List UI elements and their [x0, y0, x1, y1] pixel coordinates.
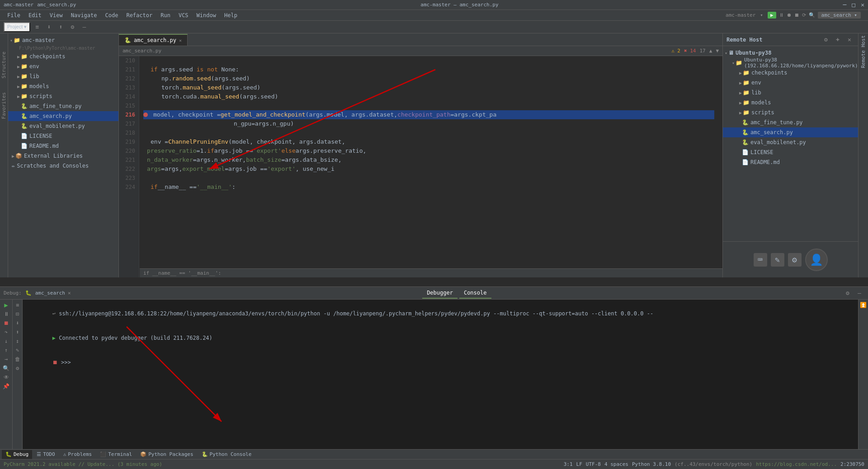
- r-eval-mobilenet-label: eval_mobilenet.py: [750, 139, 806, 145]
- debug-pause-button[interactable]: ⏸: [3, 310, 10, 318]
- project-dropdown[interactable]: Project ▾: [4, 22, 30, 32]
- debug-watch-button[interactable]: 👁: [3, 374, 10, 381]
- structure-tab[interactable]: Structure: [1, 52, 7, 79]
- collapse-all-button[interactable]: ≡: [32, 22, 42, 32]
- debug-secondary-btn-1[interactable]: ≡: [14, 301, 21, 309]
- code-content[interactable]: if args.seed is not None: np.random.seed…: [140, 56, 718, 277]
- menu-code[interactable]: Code: [102, 11, 122, 19]
- remote-item-eval-mobilenet[interactable]: 🐍 eval_mobilenet.py: [723, 137, 858, 147]
- scroll-from-source-button[interactable]: ⬇: [44, 22, 54, 32]
- debug-run-to-cursor-button[interactable]: →: [3, 356, 10, 363]
- close-button[interactable]: ✕: [861, 1, 864, 8]
- remote-settings-button[interactable]: ⚙: [821, 35, 831, 45]
- menu-vcs[interactable]: VCS: [175, 11, 192, 19]
- bottom-tab-problems[interactable]: ⚠ Problems: [60, 450, 96, 459]
- debug-stop-button[interactable]: ⏹: [3, 319, 10, 327]
- debug-right-btn-1[interactable]: ⏫: [860, 301, 867, 309]
- remote-host-header: Remote Host ⚙ + ✕: [723, 33, 858, 46]
- menu-help[interactable]: Help: [221, 11, 241, 19]
- debug-secondary-btn-4[interactable]: ⬆: [14, 328, 21, 336]
- csdn-link[interactable]: https://blog.csdn.net/od...: [756, 461, 837, 467]
- minimize-button[interactable]: ─: [843, 1, 847, 8]
- editor-tab-amc-search[interactable]: 🐍 amc_search.py ✕: [119, 34, 188, 46]
- debug-secondary-btn-7[interactable]: 🗑: [14, 356, 21, 363]
- debug-tab-console[interactable]: Console: [459, 288, 491, 299]
- menu-window[interactable]: Window: [193, 11, 220, 19]
- remote-item-checkpoints[interactable]: ▶ 📁 checkpoints: [723, 68, 858, 78]
- debug-secondary-btn-5[interactable]: ↕: [14, 338, 21, 345]
- window-controls[interactable]: ─ □ ✕: [843, 1, 864, 8]
- debug-step-out-button[interactable]: ↑: [3, 347, 10, 354]
- expand-all-button[interactable]: ⬆: [56, 22, 66, 32]
- sidebar-item-env[interactable]: ▶ 📁 env: [8, 61, 118, 71]
- tab-close-icon[interactable]: ✕: [179, 38, 182, 43]
- pycharm-update-notice[interactable]: PyCharm 2021.2 available // Update... (3…: [4, 461, 162, 467]
- code-line-218: [143, 128, 714, 137]
- menu-view[interactable]: View: [46, 11, 66, 19]
- code-line-220: preserve_ratio=1. if args.job == 'export…: [143, 146, 714, 155]
- remote-item-license[interactable]: 📄 LICENSE: [723, 147, 858, 157]
- sidebar-item-readme[interactable]: 📄 README.md: [8, 141, 118, 151]
- hint-count-badge: 17: [700, 48, 706, 54]
- code-editor[interactable]: 210 211 212 213 214 215 216 217 218 219 …: [119, 56, 722, 277]
- menu-file[interactable]: File: [4, 11, 24, 19]
- settings-button[interactable]: ⚙: [67, 22, 77, 32]
- remote-host-panel: Remote Host ⚙ + ✕ ▾ 🖥 Ubuntu-py38 ▾ 📁 Ub…: [722, 33, 858, 277]
- debug-evaluate-button[interactable]: 🔍: [3, 365, 10, 372]
- menu-edit[interactable]: Edit: [25, 11, 45, 19]
- remote-server-path-item[interactable]: ▾ 📁 Ubuntu-py38 (192.168.66.128/home/liy…: [723, 58, 858, 68]
- debug-secondary-btn-8[interactable]: ⚙: [14, 365, 21, 372]
- remote-item-amc-fine-tune[interactable]: 🐍 amc_fine_tune.py: [723, 117, 858, 127]
- r-lib-chevron-icon: ▶: [739, 90, 742, 95]
- sidebar-item-models[interactable]: ▶ 📁 models: [8, 81, 118, 91]
- bottom-tab-terminal[interactable]: ⬛ Terminal: [96, 450, 136, 459]
- warning-count-badge: ⚠ 2: [671, 48, 680, 54]
- bottom-tab-python-console[interactable]: 🐍 Python Console: [198, 450, 255, 459]
- toggle-up-icon[interactable]: ▲: [709, 48, 712, 54]
- amc-search-icon: 🐍: [21, 113, 28, 119]
- remote-item-models[interactable]: ▶ 📁 models: [723, 98, 858, 108]
- favorites-tab[interactable]: Favorites: [1, 92, 7, 119]
- debug-step-into-button[interactable]: ↓: [3, 338, 10, 345]
- remote-host-tab[interactable]: Remote Host: [860, 35, 866, 68]
- close-sidebar-button[interactable]: —: [79, 22, 89, 32]
- sidebar-item-license[interactable]: 📄 LICENSE: [8, 131, 118, 141]
- maximize-button[interactable]: □: [852, 1, 855, 8]
- debug-resume-button[interactable]: ▶: [3, 301, 10, 309]
- sidebar-item-scratches[interactable]: ✏ Scratches and Consoles: [8, 161, 118, 171]
- sidebar-item-amc-search[interactable]: 🐍 amc_search.py: [8, 111, 118, 121]
- debug-session-close[interactable]: ✕: [68, 290, 71, 296]
- sidebar-item-checkpoints[interactable]: ▶ 📁 checkpoints: [8, 52, 118, 61]
- sidebar-item-amc-fine-tune[interactable]: 🐍 amc_fine_tune.py: [8, 101, 118, 111]
- remote-add-button[interactable]: +: [833, 35, 843, 45]
- sidebar-item-scripts[interactable]: ▶ 📁 scripts: [8, 91, 118, 101]
- debug-pin-button[interactable]: 📌: [3, 383, 10, 390]
- debug-close-button[interactable]: —: [854, 288, 864, 298]
- bottom-tab-python-packages[interactable]: 📦 Python Packages: [137, 450, 197, 459]
- remote-item-amc-search[interactable]: 🐍 amc_search.py: [723, 127, 858, 137]
- menu-run[interactable]: Run: [157, 11, 174, 19]
- remote-item-scripts[interactable]: ▶ 📁 scripts: [723, 108, 858, 117]
- project-root-item[interactable]: ▾ 📁 amc-master: [8, 35, 118, 45]
- toggle-down-icon[interactable]: ▼: [716, 48, 719, 54]
- bottom-tab-todo[interactable]: ☰ TODO: [33, 450, 59, 459]
- remote-item-lib[interactable]: ▶ 📁 lib: [723, 88, 858, 98]
- debug-secondary-btn-3[interactable]: ⬇: [14, 319, 21, 327]
- menu-refactor[interactable]: Refactor: [123, 11, 156, 19]
- remote-close-button[interactable]: ✕: [844, 35, 854, 45]
- debug-tab-debugger[interactable]: Debugger: [422, 288, 458, 299]
- sidebar-item-eval-mobilenet[interactable]: 🐍 eval_mobilenet.py: [8, 121, 118, 131]
- remote-item-readme[interactable]: 📄 README.md: [723, 157, 858, 167]
- sidebar-item-external-libraries[interactable]: ▶ 📦 External Libraries: [8, 151, 118, 161]
- debug-step-over-button[interactable]: ↷: [3, 328, 10, 336]
- menu-navigate[interactable]: Navigate: [67, 11, 101, 19]
- debug-secondary-btn-2[interactable]: ⊡: [14, 310, 21, 318]
- remote-server-item[interactable]: ▾ 🖥 Ubuntu-py38: [723, 48, 858, 58]
- r-models-chevron-icon: ▶: [739, 100, 742, 105]
- bottom-tab-debug[interactable]: 🐛 Debug: [2, 450, 32, 459]
- remote-item-env[interactable]: ▶ 📁 env: [723, 78, 858, 88]
- sidebar-item-lib[interactable]: ▶ 📁 lib: [8, 71, 118, 81]
- console-output[interactable]: ↩ ssh://liyanpeng@192.168.66.128:22/home…: [23, 300, 858, 449]
- debug-settings-button[interactable]: ⚙: [843, 288, 853, 298]
- debug-secondary-btn-6[interactable]: ✎: [14, 347, 21, 354]
